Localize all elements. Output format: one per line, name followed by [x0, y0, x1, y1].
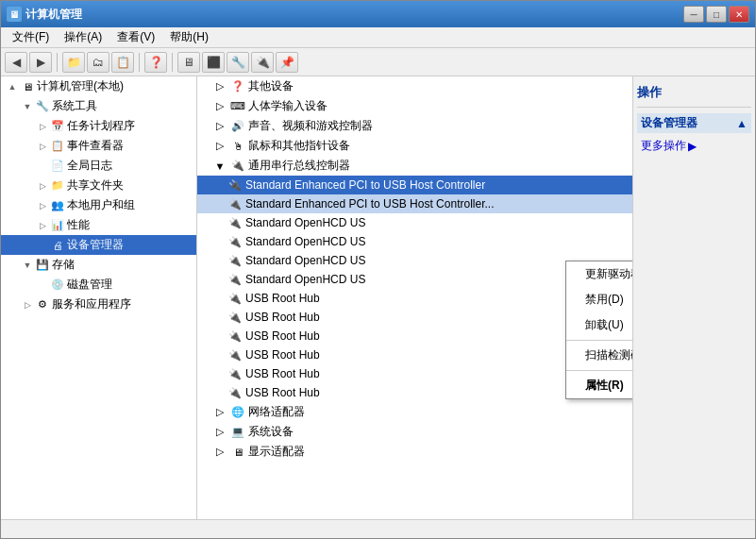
usb-device-3[interactable]: 🔌 Standard OpenHCD US	[197, 232, 632, 251]
menu-bar: 文件(F) 操作(A) 查看(V) 帮助(H)	[1, 27, 755, 48]
section-sound[interactable]: ▷ 🔊 声音、视频和游戏控制器	[197, 116, 632, 136]
usb7-icon: 🔌	[227, 310, 243, 325]
maximize-button[interactable]: □	[706, 6, 727, 23]
svc-toggle[interactable]: ▷	[20, 297, 35, 312]
main-content: ▲ 🖥 计算机管理(本地) ▼ 🔧 系统工具 ▷ 📅 任务计划程序 ▷ 📋 事件…	[1, 76, 755, 519]
more-actions-link[interactable]: 更多操作 ▶	[637, 136, 751, 156]
disp-toggle-icon: ▷	[212, 445, 227, 460]
tree-disk-mgmt[interactable]: 💿 磁盘管理	[1, 275, 196, 295]
usb-device-1[interactable]: 🔌 Standard Enhanced PCI to USB Host Cont…	[197, 194, 632, 213]
toolbar: ◀ ▶ 📁 🗂 📋 ❓ 🖥 ⬛ 🔧 🔌 📌	[1, 48, 755, 76]
menu-help[interactable]: 帮助(H)	[162, 27, 216, 47]
usb0-icon: 🔌	[227, 177, 243, 193]
usb4-label: Standard OpenHCD US	[245, 254, 365, 267]
sysdev-label: 系统设备	[248, 424, 294, 440]
show-hide-button[interactable]: 🗂	[87, 52, 109, 73]
menu-view[interactable]: 查看(V)	[109, 27, 162, 47]
ctx-update-driver[interactable]: 更新驱动程序软件(P)...	[566, 261, 632, 287]
tree-services[interactable]: ▷ ⚙ 服务和应用程序	[1, 295, 196, 314]
minimize-button[interactable]: ─	[683, 6, 704, 23]
toolbar-btn-7[interactable]: 🔌	[251, 52, 274, 73]
tree-event-viewer[interactable]: ▷ 📋 事件查看器	[1, 136, 196, 156]
root-icon: 🖥	[20, 79, 35, 94]
disk-toggle	[35, 278, 50, 293]
hid-label: 人体学输入设备	[248, 98, 328, 114]
tree-storage[interactable]: ▼ 💾 存储	[1, 255, 196, 275]
back-button[interactable]: ◀	[5, 52, 27, 73]
usb-toggle-icon: ▼	[212, 159, 227, 174]
root-label: 计算机管理(本地)	[37, 78, 124, 94]
context-menu: 更新驱动程序软件(P)... 禁用(D) 卸载(U) 扫描检测硬件改动(A) 属…	[565, 261, 632, 399]
net-toggle-icon: ▷	[212, 405, 227, 420]
usb-device-0[interactable]: 🔌 Standard Enhanced PCI to USB Host Cont…	[197, 176, 632, 194]
ctx-properties[interactable]: 属性(R)	[566, 373, 632, 398]
section-system-devices[interactable]: ▷ 💻 系统设备	[197, 422, 632, 442]
status-bar	[1, 519, 755, 538]
usb3-icon: 🔌	[227, 234, 243, 249]
other-device-icon: ❓	[230, 79, 245, 94]
tree-sys-tools[interactable]: ▼ 🔧 系统工具	[1, 96, 196, 116]
section-mouse[interactable]: ▷ 🖱 鼠标和其他指针设备	[197, 136, 632, 156]
up-button[interactable]: 📁	[62, 52, 85, 73]
section-network[interactable]: ▷ 🌐 网络适配器	[197, 402, 632, 422]
section-display[interactable]: ▷ 🖥 显示适配器	[197, 442, 632, 462]
perf-toggle[interactable]: ▷	[35, 218, 50, 233]
section-other-devices[interactable]: ▷ ❓ 其他设备	[197, 76, 632, 96]
ctx-disable[interactable]: 禁用(D)	[566, 287, 632, 312]
toolbar-btn-8[interactable]: 📌	[276, 52, 298, 73]
section-usb[interactable]: ▼ 🔌 通用串行总线控制器	[197, 156, 632, 176]
shared-icon: 📁	[50, 178, 65, 194]
usb-device-2[interactable]: 🔌 Standard OpenHCD US	[197, 213, 632, 232]
tree-performance[interactable]: ▷ 📊 性能	[1, 215, 196, 235]
toolbar-btn-5[interactable]: ⬛	[202, 52, 225, 73]
usb9-icon: 🔌	[227, 347, 243, 362]
toolbar-separator-3	[172, 53, 173, 72]
usb-section-label: 通用串行总线控制器	[248, 158, 350, 174]
menu-action[interactable]: 操作(A)	[57, 27, 109, 47]
more-actions-text: 更多操作	[641, 138, 686, 154]
sched-toggle[interactable]: ▷	[35, 119, 50, 134]
shared-toggle[interactable]: ▷	[35, 178, 50, 194]
help-button[interactable]: ❓	[144, 52, 167, 73]
more-actions-arrow: ▶	[688, 140, 697, 153]
log-toggle	[35, 159, 50, 174]
users-toggle[interactable]: ▷	[35, 198, 50, 213]
tree-shared[interactable]: ▷ 📁 共享文件夹	[1, 176, 196, 195]
usb3-label: Standard OpenHCD US	[245, 235, 365, 248]
usb1-icon: 🔌	[227, 196, 243, 211]
title-bar-buttons: ─ □ ✕	[683, 6, 749, 23]
sound-icon: 🔊	[230, 119, 245, 134]
close-button[interactable]: ✕	[729, 6, 749, 23]
hid-toggle-icon: ▷	[212, 99, 227, 114]
tree-full-log[interactable]: 📄 全局日志	[1, 156, 196, 176]
disk-label: 磁盘管理	[67, 277, 112, 293]
device-panel: ▷ ❓ 其他设备 ▷ ⌨ 人体学输入设备 ▷ 🔊 声音、视频和游戏控制器 ▷ 🖱…	[197, 76, 632, 519]
menu-file[interactable]: 文件(F)	[5, 27, 57, 47]
systools-toggle[interactable]: ▼	[20, 99, 35, 114]
devmgr-toggle	[35, 238, 50, 253]
tree-scheduler[interactable]: ▷ 📅 任务计划程序	[1, 116, 196, 136]
storage-toggle[interactable]: ▼	[20, 258, 35, 273]
toolbar-btn-6[interactable]: 🔧	[227, 52, 249, 73]
ctx-scan-hardware[interactable]: 扫描检测硬件改动(A)	[566, 343, 632, 368]
tree-root[interactable]: ▲ 🖥 计算机管理(本地)	[1, 76, 196, 96]
toolbar-btn-3[interactable]: 📋	[111, 52, 134, 73]
tree-device-mgr[interactable]: 🖨 设备管理器	[1, 235, 196, 255]
usb5-icon: 🔌	[227, 272, 243, 287]
sysdev-icon: 💻	[230, 425, 245, 440]
event-toggle[interactable]: ▷	[35, 139, 50, 154]
ctx-uninstall[interactable]: 卸载(U)	[566, 312, 632, 338]
usb6-label: USB Root Hub	[245, 292, 320, 305]
usb10-icon: 🔌	[227, 366, 243, 381]
other-toggle-icon: ▷	[212, 79, 227, 94]
root-toggle[interactable]: ▲	[5, 79, 20, 94]
toolbar-separator-1	[57, 53, 58, 72]
users-label: 本地用户和组	[67, 197, 135, 213]
usb10-label: USB Root Hub	[245, 367, 320, 380]
toolbar-separator-2	[139, 53, 140, 72]
section-hid[interactable]: ▷ ⌨ 人体学输入设备	[197, 96, 632, 116]
tree-local-users[interactable]: ▷ 👥 本地用户和组	[1, 195, 196, 215]
sysdev-toggle-icon: ▷	[212, 425, 227, 440]
toolbar-btn-4[interactable]: 🖥	[177, 52, 200, 73]
forward-button[interactable]: ▶	[29, 52, 52, 73]
